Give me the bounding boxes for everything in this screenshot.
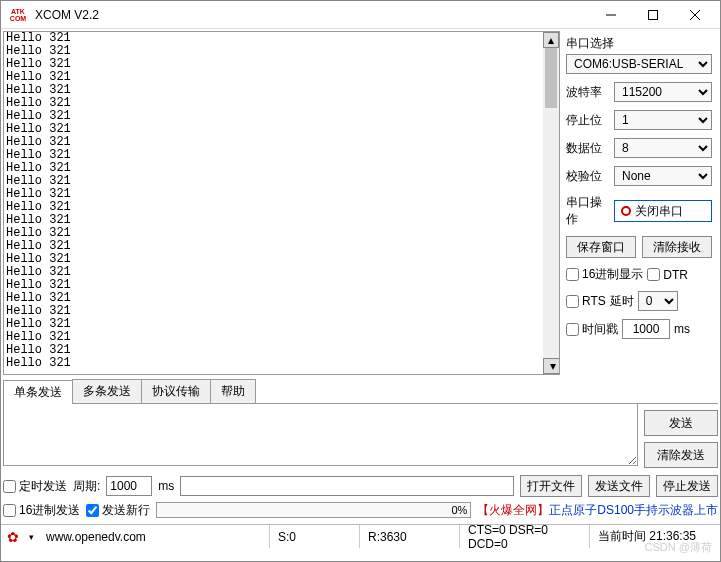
status-bar: ✿ ▾ www.openedv.com S:0 R:3630 CTS=0 DSR… <box>1 524 720 548</box>
window-title: XCOM V2.2 <box>31 8 590 22</box>
stop-label: 停止位 <box>566 112 610 129</box>
scroll-up-icon[interactable]: ▴ <box>543 32 559 48</box>
parity-select[interactable]: None <box>614 166 712 186</box>
baud-select[interactable]: 115200 <box>614 82 712 102</box>
titlebar: ATKCOM XCOM V2.2 <box>1 1 720 29</box>
stop-send-button[interactable]: 停止发送 <box>656 475 718 497</box>
serial-settings-panel: 串口选择 COM6:USB-SERIAL 波特率115200 停止位1 数据位8… <box>562 29 720 377</box>
file-path-input[interactable] <box>180 476 514 496</box>
gear-icon[interactable]: ✿ <box>1 529 25 545</box>
app-logo: ATKCOM <box>9 6 27 24</box>
rx-output: Hello 321 Hello 321 Hello 321 Hello 321 … <box>3 31 560 375</box>
timestamp-input[interactable] <box>622 319 670 339</box>
minimize-button[interactable] <box>590 3 632 27</box>
status-signals: CTS=0 DSR=0 DCD=0 <box>460 525 590 548</box>
svg-rect-1 <box>649 10 658 19</box>
data-label: 数据位 <box>566 140 610 157</box>
dtr-checkbox[interactable] <box>647 268 660 281</box>
clear-send-button[interactable]: 清除发送 <box>644 442 718 468</box>
stopbits-select[interactable]: 1 <box>614 110 712 130</box>
scrollbar[interactable]: ▴ ▾ <box>543 32 559 374</box>
send-tabs: 单条发送 多条发送 协议传输 帮助 <box>3 379 718 404</box>
port-select[interactable]: COM6:USB-SERIAL <box>566 54 712 74</box>
close-button[interactable] <box>674 3 716 27</box>
send-input[interactable] <box>3 404 638 466</box>
status-r: R:3630 <box>360 525 460 548</box>
record-icon <box>621 206 631 216</box>
hex-display-checkbox[interactable] <box>566 268 579 281</box>
promo-link[interactable]: 【火爆全网】正点原子DS100手持示波器上市 <box>477 502 718 519</box>
close-port-button[interactable]: 关闭串口 <box>614 200 712 222</box>
send-button[interactable]: 发送 <box>644 410 718 436</box>
tab-multi[interactable]: 多条发送 <box>72 379 142 403</box>
scroll-down-icon[interactable]: ▾ <box>543 358 560 374</box>
send-newline-checkbox[interactable] <box>86 504 99 517</box>
dropdown-icon[interactable]: ▾ <box>25 532 38 542</box>
tab-protocol[interactable]: 协议传输 <box>141 379 211 403</box>
tab-single[interactable]: 单条发送 <box>3 380 73 404</box>
delay-select[interactable]: 0 <box>638 291 678 311</box>
timed-send-checkbox[interactable] <box>3 480 16 493</box>
status-s: S:0 <box>270 525 360 548</box>
status-url[interactable]: www.openedv.com <box>46 530 146 544</box>
maximize-button[interactable] <box>632 3 674 27</box>
scroll-thumb[interactable] <box>545 48 557 108</box>
delay-label: 延时 <box>610 293 634 310</box>
send-file-button[interactable]: 发送文件 <box>588 475 650 497</box>
rts-checkbox[interactable] <box>566 295 579 308</box>
tab-help[interactable]: 帮助 <box>210 379 256 403</box>
clear-rx-button[interactable]: 清除接收 <box>642 236 712 258</box>
watermark: CSDN @薄荷 <box>645 540 712 555</box>
hex-send-checkbox[interactable] <box>3 504 16 517</box>
progress-bar: 0% <box>156 502 471 518</box>
databits-select[interactable]: 8 <box>614 138 712 158</box>
port-group-label: 串口选择 <box>566 35 712 52</box>
save-window-button[interactable]: 保存窗口 <box>566 236 636 258</box>
timestamp-checkbox[interactable] <box>566 323 579 336</box>
open-file-button[interactable]: 打开文件 <box>520 475 582 497</box>
parity-label: 校验位 <box>566 168 610 185</box>
baud-label: 波特率 <box>566 84 610 101</box>
op-label: 串口操作 <box>566 194 610 228</box>
period-input[interactable] <box>106 476 152 496</box>
